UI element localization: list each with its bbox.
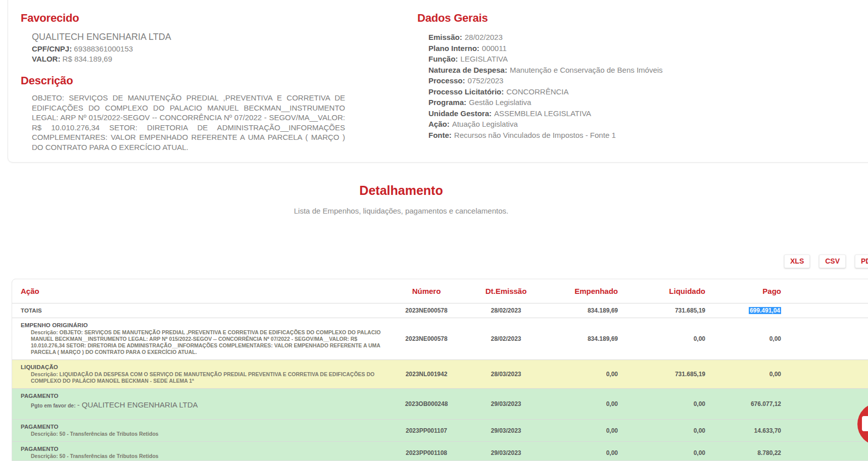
export-csv-button[interactable]: CSV xyxy=(819,254,846,268)
detalhamento-subtitle: Lista de Empenhos, liquidações, pagament… xyxy=(0,207,802,215)
row-liquidado: 0,00 xyxy=(618,427,705,434)
header-dt-emissao: Dt.Emissão xyxy=(459,287,553,295)
valor-line: VALOR: R$ 834.189,69 xyxy=(32,55,112,63)
dados-gerais-field: Unidade Gestora:ASSEMBLEIA LEGISLATIVA xyxy=(428,108,663,119)
row-acao-cell: EMPENHO ORIGINÁRIO Descrição: OBJETO: SE… xyxy=(12,318,394,360)
dados-gerais-title: Dados Gerais xyxy=(417,12,488,25)
table-header-row: Ação Número Dt.Emissão Empenhado Liquida… xyxy=(12,279,868,303)
row-acao-cell: PAGAMENTO Descrição: 50 - Transferências… xyxy=(12,420,394,441)
field-value: CONCORRÊNCIA xyxy=(506,87,568,96)
valor-label: VALOR: xyxy=(32,55,60,63)
field-value: LEGISLATIVA xyxy=(460,55,508,63)
favor-name: - QUALITECH ENGENHARIA LTDA xyxy=(77,400,198,409)
field-value: Gestão Legislativa xyxy=(469,98,531,107)
row-pago: 0,00 xyxy=(705,371,781,378)
table-row: EMPENHO ORIGINÁRIO Descrição: OBJETO: SE… xyxy=(12,318,868,360)
table-row: PAGAMENTO Descrição: 50 - Transferências… xyxy=(12,419,868,441)
export-buttons: XLS CSV PDF xyxy=(784,254,868,268)
row-dt-emissao: 29/03/2023 xyxy=(459,400,553,407)
field-value: Manutenção e Conservação de Bens Imóveis xyxy=(510,66,663,74)
row-liquidado: 731.685,19 xyxy=(618,307,705,314)
row-title: TOTAIS xyxy=(21,308,389,314)
row-numero: 2023PP001108 xyxy=(394,449,459,456)
field-value: 28/02/2023 xyxy=(465,33,503,41)
row-acao-cell: TOTAIS xyxy=(12,303,394,318)
row-acao-cell: PAGAMENTO Pgto em favor de:- QUALITECH E… xyxy=(12,389,394,419)
dados-gerais-fields: Emissão:28/02/2023 Plano Interno:000011 … xyxy=(428,32,663,140)
field-value: ASSEMBLEIA LEGISLATIVA xyxy=(494,109,591,118)
field-value: Atuação Legislativa xyxy=(452,120,518,128)
dados-gerais-field: Natureza de Despesa:Manutenção e Conserv… xyxy=(428,65,663,76)
field-value: 000011 xyxy=(482,44,507,53)
table-body: TOTAIS 2023NE000578 28/02/2023 834.189,6… xyxy=(12,303,868,461)
dados-gerais-field: Processo:0752/2023 xyxy=(428,75,663,86)
row-liquidado: 0,00 xyxy=(618,335,705,342)
row-title: PAGAMENTO xyxy=(21,393,389,399)
dados-gerais-field: Função:LEGISLATIVA xyxy=(428,54,663,65)
table-row: TOTAIS 2023NE000578 28/02/2023 834.189,6… xyxy=(12,303,868,318)
field-label: Fonte: xyxy=(428,131,452,139)
field-label: Função: xyxy=(428,55,458,63)
row-empenhado: 0,00 xyxy=(553,427,618,434)
row-title: EMPENHO ORIGINÁRIO xyxy=(21,322,389,328)
row-liquidado: 731.685,19 xyxy=(618,371,705,378)
row-descricao: Descrição: 50 - Transferências de Tribut… xyxy=(31,453,389,459)
row-pago: 676.077,12 xyxy=(705,400,781,407)
dados-gerais-field: Ação:Atuação Legislativa xyxy=(428,119,663,130)
valor-value: R$ 834.189,69 xyxy=(63,55,112,63)
cpf-cnpj-line: CPF/CNPJ: 69388361000153 xyxy=(32,44,133,53)
header-liquidado: Liquidado xyxy=(618,287,705,295)
row-empenhado: 834.189,69 xyxy=(553,307,618,314)
row-dt-emissao: 28/03/2023 xyxy=(459,371,553,378)
row-liquidado: 0,00 xyxy=(618,449,705,456)
dados-gerais-field: Processo Licitatório:CONCORRÊNCIA xyxy=(428,86,663,97)
field-label: Unidade Gestora: xyxy=(428,109,492,118)
dados-gerais-field: Programa:Gestão Legislativa xyxy=(428,97,663,108)
row-pago: 8.780,22 xyxy=(705,449,781,456)
export-xls-button[interactable]: XLS xyxy=(784,254,810,268)
header-numero: Número xyxy=(394,287,459,295)
row-pago: 14.633,70 xyxy=(705,427,781,434)
row-favor-line: Pgto em favor de:- QUALITECH ENGENHARIA … xyxy=(31,400,389,409)
row-descricao: Descrição: OBJETO: SERVIÇOS DE MANUTENÇÃ… xyxy=(31,329,389,355)
header-empenhado: Empenhado xyxy=(553,287,618,295)
field-label: Processo: xyxy=(428,76,465,85)
favor-label: Pgto em favor de: xyxy=(31,402,76,408)
row-dt-emissao: 29/03/2023 xyxy=(459,427,553,434)
descricao-text: OBJETO: SERVIÇOS DE MANUTENÇÃO PREDIAL ,… xyxy=(32,93,345,152)
descricao-title: Descrição xyxy=(21,74,73,87)
table-row: PAGAMENTO Pgto em favor de:- QUALITECH E… xyxy=(12,388,868,419)
table-row: PAGAMENTO Descrição: 50 - Transferências… xyxy=(12,441,868,461)
field-label: Natureza de Despesa: xyxy=(428,66,507,74)
row-numero: 2023OB000248 xyxy=(394,400,459,407)
dados-gerais-field: Emissão:28/02/2023 xyxy=(428,32,663,43)
row-acao-cell: LIQUIDAÇÃO Descrição: LIQUIDAÇÃO DA DESP… xyxy=(12,360,394,388)
row-descricao: Descrição: 50 - Transferências de Tribut… xyxy=(31,431,389,437)
row-title: PAGAMENTO xyxy=(21,424,389,430)
cpf-cnpj-label: CPF/CNPJ: xyxy=(32,44,72,53)
row-dt-emissao: 28/02/2023 xyxy=(459,307,553,314)
field-label: Emissão: xyxy=(428,33,462,41)
header-pago: Pago xyxy=(705,287,781,295)
field-label: Processo Licitatório: xyxy=(428,87,504,96)
row-acao-cell: PAGAMENTO Descrição: 50 - Transferências… xyxy=(12,442,394,461)
pago-selected-text: 699.491,04 xyxy=(749,307,781,314)
fab-icon xyxy=(862,416,868,431)
summary-card: Favorecido QUALITECH ENGENHARIA LTDA CPF… xyxy=(8,0,868,163)
field-value: Recursos não Vinculados de Impostos - Fo… xyxy=(454,131,616,139)
detalhamento-title: Detalhamento xyxy=(0,183,802,198)
detalhamento-table: Ação Número Dt.Emissão Empenhado Liquida… xyxy=(12,279,868,461)
field-label: Plano Interno: xyxy=(428,44,479,53)
row-liquidado: 0,00 xyxy=(618,400,705,407)
favorecido-name: QUALITECH ENGENHARIA LTDA xyxy=(32,32,171,42)
row-empenhado: 0,00 xyxy=(553,449,618,456)
header-acao: Ação xyxy=(12,287,394,295)
row-empenhado: 0,00 xyxy=(553,400,618,407)
field-label: Programa: xyxy=(428,98,466,107)
cpf-cnpj-value: 69388361000153 xyxy=(74,44,133,53)
row-empenhado: 0,00 xyxy=(553,371,618,378)
row-dt-emissao: 29/03/2023 xyxy=(459,449,553,456)
row-numero: 2023NL001942 xyxy=(394,371,459,378)
export-pdf-button[interactable]: PDF xyxy=(855,254,868,268)
row-numero: 2023PP001107 xyxy=(394,427,459,434)
